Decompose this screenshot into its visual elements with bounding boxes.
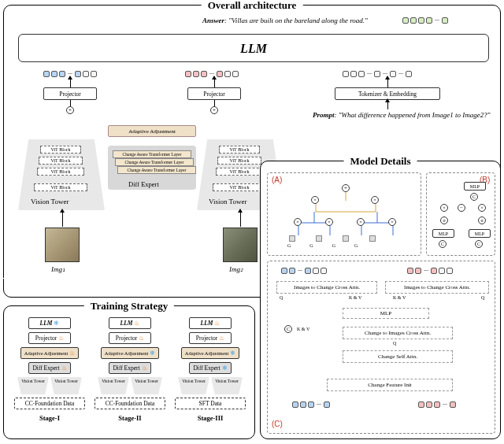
s1-llm: LLM❄ (28, 317, 71, 329)
training-title: Training Strategy (84, 300, 174, 313)
sigma-node: σ (478, 216, 486, 224)
fire-icon: ♨ (214, 320, 220, 327)
plus-mid: + (210, 106, 218, 114)
c-node: C (439, 240, 447, 248)
c-tokens-bot-right: ··· (418, 401, 456, 408)
c-tokens-top-right: ··· (407, 267, 453, 274)
mlp-c: MLP (343, 308, 429, 319)
vit-r4: ViT Block (213, 183, 266, 191)
s2-label: Stage-II (118, 414, 141, 422)
minus-icon: − (458, 204, 465, 212)
c-node: C (475, 240, 483, 248)
q-r: Q (481, 295, 484, 300)
s2-proj: Projector♨ (109, 332, 151, 344)
s1-adap: Adaptive Adjustment♨ (20, 347, 79, 359)
plus-left: + (66, 106, 74, 114)
fire-icon: ♨ (61, 364, 67, 372)
s2-adap: Adaptive Adjustment❄ (101, 347, 159, 359)
mul-icon: × (311, 196, 319, 204)
cinit: Change Feature Init (327, 379, 453, 391)
s2-vt2: Vision Tower (131, 377, 162, 394)
sigma-node: σ (440, 216, 448, 224)
stage1-col: LLM❄ Projector♨ Adaptive Adjustment♨ Dif… (12, 317, 87, 422)
diff-expert-label: Diff Expert (128, 180, 159, 188)
cself: Change Self Attn. (343, 350, 453, 363)
answer-label: Answer: "Villas are built on the barelan… (202, 17, 368, 24)
s2-vt1: Vision Tower (98, 377, 129, 394)
training-strategy-panel: Training Strategy LLM❄ Projector♨ Adapti… (3, 305, 255, 439)
mul-icon: × (357, 218, 365, 226)
c-tokens-top-left: ··· (281, 267, 327, 274)
vt-label-l: Vision Tower (31, 198, 69, 205)
c-node: C (470, 193, 478, 201)
prompt-label: Prompt: "What difference happened from I… (313, 111, 491, 119)
kv-l: K & V (349, 295, 361, 300)
s1-diff: Diff Expert♨ (28, 362, 71, 374)
s3-vt1: Vision Tower (178, 377, 209, 394)
fire-icon: ♨ (134, 320, 139, 327)
c2i: Change to Images Cross Attn. (343, 327, 453, 339)
details-title: Model Details (344, 155, 417, 168)
q-l: Q (280, 295, 283, 300)
freeze-icon: ❄ (230, 350, 235, 357)
s2-llm: LLM♨ (109, 317, 151, 329)
kv-c: K & V (297, 327, 309, 331)
vit-r3: ViT Block (216, 168, 263, 176)
model-details-panel: Model Details (A) + × × × × × × (260, 161, 501, 439)
overall-title: Overall architecture (202, 0, 303, 12)
s1-proj: Projector♨ (28, 332, 71, 344)
s3-diff: Diff Expert❄ (189, 362, 232, 374)
s1-vt2: Vision Tower (50, 377, 82, 394)
mul-icon: × (388, 218, 396, 226)
c-node: C (284, 325, 292, 333)
freeze-icon: ❄ (150, 350, 155, 357)
q-c: Q (393, 341, 396, 346)
stage3-col: LLM♨ Projector♨ Adaptive Adjustment❄ Dif… (172, 317, 248, 422)
adaptive-adjustment: Adaptive Adjustment (108, 125, 196, 137)
change-layer-1: Change Aware Transformer Layer (113, 150, 191, 158)
s1-data: CC-Foundation Data (14, 398, 85, 409)
gate-icon (343, 235, 349, 242)
i2c-right: Images to Change Cross Attn. (385, 281, 489, 294)
s1-vt1: Vision Tower (17, 377, 49, 394)
img2-thumb (223, 228, 258, 262)
img2-label: Img₂ (229, 265, 243, 273)
fire-icon: ♨ (69, 350, 75, 357)
fire-icon: ♨ (142, 364, 147, 372)
mlp-b3: MLP (469, 229, 491, 238)
answer-tokens: ··· (402, 17, 448, 24)
vit-r2: ViT Block (217, 157, 261, 165)
kv-r: K & V (393, 295, 406, 300)
tag-a: (A) (272, 176, 282, 184)
vit-r1: ViT Block (219, 146, 260, 154)
c-tokens-bot-left: ··· (292, 401, 330, 408)
s1-label: Stage-I (39, 414, 60, 422)
mul-icon: × (325, 218, 333, 226)
s2-diff: Diff Expert♨ (109, 362, 151, 374)
freeze-icon: ❄ (222, 364, 228, 372)
freeze-icon: ❄ (54, 320, 59, 327)
mlp-b1: MLP (464, 182, 486, 191)
mul-icon: × (294, 218, 302, 226)
llm-box: LLM (18, 34, 489, 62)
vt-label-r: Vision Tower (209, 198, 246, 205)
vit-l2: ViT Block (39, 157, 83, 165)
img1-label: Img₁ (51, 265, 65, 273)
change-layer-2: Change Aware Transformer Layer (115, 158, 194, 166)
mul-icon: × (440, 204, 448, 212)
i2c-left: Images to Change Cross Attn. (276, 281, 377, 294)
gate-icon (289, 235, 295, 242)
s3-proj: Projector♨ (189, 332, 232, 344)
projector-left: Projector (43, 87, 97, 100)
plus-icon: + (342, 184, 350, 192)
mul-icon: × (371, 196, 379, 204)
s2-data: CC-Foundation Data (94, 398, 165, 409)
vit-l1: ViT Block (40, 146, 81, 154)
tokens-right: ········· (343, 70, 412, 77)
fire-icon: ♨ (139, 335, 144, 342)
fire-icon: ♨ (58, 335, 64, 342)
gate-icon (316, 235, 322, 242)
stage2-col: LLM♨ Projector♨ Adaptive Adjustment❄ Dif… (92, 317, 168, 422)
vit-l4: ViT Block (34, 183, 87, 191)
mul-icon: × (478, 204, 486, 212)
